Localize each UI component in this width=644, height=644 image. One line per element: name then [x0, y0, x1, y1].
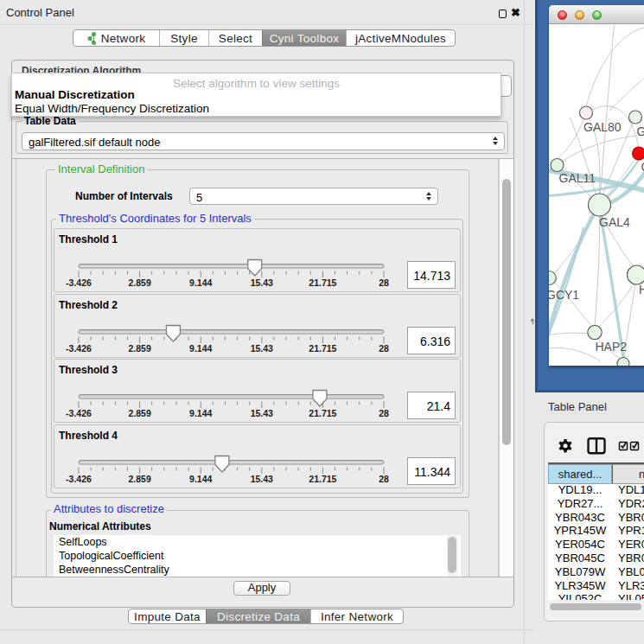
svg-text:GAL11: GAL11	[559, 171, 596, 185]
svg-text:GA: GA	[637, 124, 644, 138]
svg-text:GCY1: GCY1	[549, 288, 579, 302]
svg-text:C: C	[641, 160, 644, 174]
svg-text:GAL4: GAL4	[599, 215, 630, 229]
svg-text:H: H	[639, 283, 644, 296]
svg-text:GAL80: GAL80	[583, 120, 622, 134]
svg-text:HAP2: HAP2	[596, 340, 628, 354]
